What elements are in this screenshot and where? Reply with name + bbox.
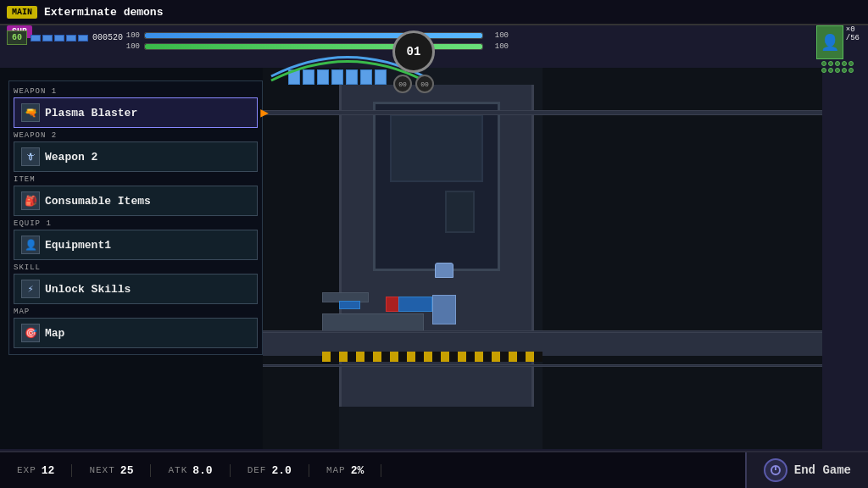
sp-max: 100 [487,42,509,51]
bottom-bar: EXP 12 NEXT 25 ATK 8.0 DEF 2.0 MAP 2% En… [0,451,868,488]
def-stat-value: 2.0 [271,464,291,477]
hp-max: 100 [487,31,509,40]
end-game-button[interactable]: End Game [745,452,868,488]
equip1-label: EQUIP 1 [14,218,258,230]
char-count-area: 👤 ×0 /56 [816,25,860,59]
map-section: MAP 🎯 Map [14,306,258,348]
dot-4 [842,61,847,66]
char-head [435,263,453,278]
atk-stat-group: ATK 8.0 [151,464,230,477]
power-icon [764,458,787,482]
level-display: 60 [7,30,27,45]
weapon2-text: Weapon 2 [45,151,97,164]
platform-block-1 [322,313,424,332]
power-svg [769,463,782,477]
skill-section: SKILL ⚡ Unlock Skills [14,262,258,304]
char-body [432,295,456,324]
def-stat-group: DEF 2.0 [231,464,309,477]
exp-pips-row: 000520 [31,33,123,42]
dot-2 [828,61,833,66]
weapon1-label: WEAPON 1 [14,86,258,97]
item-icon: 🎒 [21,191,40,210]
exp-stat-label: EXP [17,465,36,475]
exp-stat-value: 12 [42,464,55,477]
char-count-56: /56 [846,34,860,42]
circle-hud: 01 00 00 [392,30,435,93]
dot-1 [821,61,826,66]
atk-stat-label: ATK [168,465,187,475]
dot-7 [828,68,833,73]
mini-num-right: 00 [420,80,429,88]
item-label: ITEM [14,174,258,186]
circle-number: 01 [407,45,421,58]
character-icon: 👤 [816,25,843,59]
mini-circles: 00 00 [393,75,434,93]
end-game-text: End Game [794,463,851,477]
equip1-item[interactable]: 👤 Equipment1 [14,230,258,260]
dot-row-2 [821,68,854,73]
blue-marker-2 [339,301,360,309]
blue-marker [398,297,432,312]
weapon1-section: WEAPON 1 🔫 Plasma Blaster ▶ [14,86,258,128]
map-icon: 🎯 [21,324,40,342]
map-label: MAP [14,306,258,318]
def-stat-label: DEF [248,465,267,475]
skill-label: SKILL [14,262,258,274]
pipe-h1 [263,110,822,115]
next-stat-group: NEXT 25 [72,464,151,477]
skill-text: Unlock Skills [45,283,131,296]
map-stat-label: MAP [326,465,346,475]
next-stat-label: NEXT [89,465,114,475]
exp-pip-1 [31,35,41,42]
mini-circle-right: 00 [415,75,434,93]
badge-main: MAIN [7,6,37,19]
circle-row: 01 [392,30,435,73]
exp-pip-5 [78,35,88,42]
item-text: Consumable Items [45,195,151,208]
map-item[interactable]: 🎯 Map [14,318,258,348]
next-stat-value: 25 [120,464,134,477]
pipe-h2 [263,330,822,333]
level-exp-area: 60 000520 [7,30,123,45]
equip1-icon: 👤 [21,236,40,254]
side-dark-left [263,68,339,449]
map-stat-group: MAP 2% [309,464,381,477]
skill-icon: ⚡ [21,280,40,298]
equip1-section: EQUIP 1 👤 Equipment1 [14,218,258,260]
weapon1-icon: 🔫 [21,103,40,122]
menu-panel: WEAPON 1 🔫 Plasma Blaster ▶ WEAPON 2 🗡 W… [8,80,263,355]
mini-circle-left: 00 [393,75,412,93]
dot-6 [821,68,826,73]
right-status: 👤 ×0 /56 [816,25,860,73]
pipe-h3 [263,364,822,367]
elevator-panel [445,191,475,233]
mini-num-left: 00 [398,80,407,88]
dot-3 [835,61,840,66]
weapon2-item[interactable]: 🗡 Weapon 2 [14,141,258,172]
weapon2-label: WEAPON 2 [14,130,258,141]
mission-title: Exterminate demons [44,6,163,19]
main-circle: 01 [392,30,435,73]
top-bar: MAIN Exterminate demons SUB [0,0,868,25]
item-section: ITEM 🎒 Consumable Items [14,174,258,216]
char-count-labels: ×0 /56 [846,25,860,42]
atk-stat-value: 8.0 [192,464,212,477]
weapon2-icon: 🗡 [21,147,40,166]
exp-stat-group: EXP 12 [0,464,72,477]
exp-pip-3 [54,35,64,42]
exp-pip-2 [42,35,53,42]
exp-pip-4 [66,35,76,42]
arrow-right-icon: ▶ [260,104,269,121]
map-text: Map [45,327,64,340]
weapon1-text: Plasma Blaster [45,107,137,119]
side-dark-right [542,68,822,449]
exp-label: 000520 [90,33,123,42]
equip1-text: Equipment1 [45,239,111,252]
dot-10 [849,68,854,73]
item-item[interactable]: 🎒 Consumable Items [14,186,258,216]
character-sprite [432,263,456,309]
weapon1-item[interactable]: 🔫 Plasma Blaster ▶ [14,97,258,128]
skill-item[interactable]: ⚡ Unlock Skills [14,274,258,304]
weapon2-section: WEAPON 2 🗡 Weapon 2 [14,130,258,172]
dot-row-1 [821,61,854,66]
